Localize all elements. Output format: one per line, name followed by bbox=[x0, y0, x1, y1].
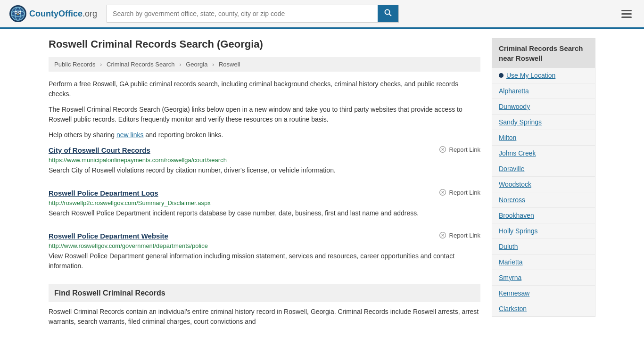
description-3: Help others by sharing new links and rep… bbox=[49, 130, 480, 140]
sidebar-link-duluth[interactable]: Duluth bbox=[492, 239, 595, 255]
find-section-heading: Find Roswell Criminal Records bbox=[49, 284, 480, 302]
result-item: Roswell Police Department Website Report… bbox=[49, 231, 480, 271]
breadcrumb-sep: › bbox=[100, 61, 102, 68]
sidebar-link-smyrna[interactable]: Smyrna bbox=[492, 270, 595, 286]
report-icon bbox=[439, 146, 446, 153]
result-header: Roswell Police Department Website Report… bbox=[49, 231, 480, 240]
use-my-location-link[interactable]: Use My Location bbox=[492, 68, 595, 83]
result-item: City of Roswell Court Records Report Lin… bbox=[49, 146, 480, 175]
sidebar-link-sandy-springs[interactable]: Sandy Springs bbox=[492, 115, 595, 130]
location-dot-icon bbox=[499, 73, 504, 78]
result-title-link[interactable]: Roswell Police Department Logs bbox=[49, 189, 158, 197]
sidebar-link-marietta[interactable]: Marietta bbox=[492, 255, 595, 270]
sidebar: Criminal Records Search near Roswell Use… bbox=[492, 38, 595, 332]
new-links-link[interactable]: new links bbox=[116, 131, 144, 139]
breadcrumb-sep: › bbox=[212, 61, 214, 68]
menu-line bbox=[621, 16, 632, 18]
result-url[interactable]: https://www.municipalonlinepayments.com/… bbox=[49, 156, 480, 164]
breadcrumb-georgia[interactable]: Georgia bbox=[186, 61, 207, 68]
report-link-button[interactable]: Report Link bbox=[439, 231, 480, 239]
report-icon bbox=[439, 189, 446, 196]
result-title-link[interactable]: Roswell Police Department Website bbox=[49, 232, 168, 240]
report-link-button[interactable]: Report Link bbox=[439, 189, 480, 196]
sidebar-link-alpharetta[interactable]: Alpharetta bbox=[492, 83, 595, 99]
sidebar-link-doraville[interactable]: Doraville bbox=[492, 161, 595, 177]
breadcrumb-public-records[interactable]: Public Records bbox=[54, 61, 95, 68]
description-1: Perform a free Roswell, GA public crimin… bbox=[49, 79, 480, 99]
sidebar-link-holly-springs[interactable]: Holly Springs bbox=[492, 223, 595, 239]
hamburger-menu-button[interactable] bbox=[619, 7, 635, 21]
content-area: Roswell Criminal Records Search (Georgia… bbox=[49, 38, 480, 332]
sidebar-link-milton[interactable]: Milton bbox=[492, 130, 595, 146]
sidebar-link-dunwoody[interactable]: Dunwoody bbox=[492, 99, 595, 115]
main-container: Roswell Criminal Records Search (Georgia… bbox=[39, 29, 605, 342]
result-title: Roswell Police Department Website bbox=[49, 231, 168, 240]
svg-point-10 bbox=[385, 10, 390, 15]
result-title: Roswell Police Department Logs bbox=[49, 189, 158, 197]
search-button[interactable] bbox=[378, 5, 398, 22]
breadcrumb-sep: › bbox=[179, 61, 181, 68]
find-section-desc: Roswell Criminal Records contain an indi… bbox=[49, 307, 480, 327]
report-link-button[interactable]: Report Link bbox=[439, 146, 480, 153]
menu-line bbox=[621, 13, 632, 15]
menu-line bbox=[621, 10, 632, 11]
report-label: Report Link bbox=[449, 189, 480, 196]
report-icon bbox=[439, 231, 446, 239]
sidebar-link-norcross[interactable]: Norcross bbox=[492, 192, 595, 208]
sidebar-title: Criminal Records Search near Roswell bbox=[492, 39, 595, 68]
result-url[interactable]: http://www.roswellgov.com/government/dep… bbox=[49, 242, 480, 249]
result-desc: View Roswell Police Department general i… bbox=[49, 251, 480, 271]
site-header: CountyOffice.org bbox=[0, 0, 644, 29]
result-url[interactable]: http://roswellp2c.roswellgov.com/Summary… bbox=[49, 199, 480, 206]
breadcrumb-roswell[interactable]: Roswell bbox=[219, 61, 240, 68]
sidebar-link-kennesaw[interactable]: Kennesaw bbox=[492, 286, 595, 301]
logo-icon bbox=[9, 5, 26, 22]
result-item: Roswell Police Department Logs Report Li… bbox=[49, 189, 480, 218]
logo-text: CountyOffice.org bbox=[29, 9, 97, 19]
result-title-link[interactable]: City of Roswell Court Records bbox=[49, 146, 150, 154]
sidebar-link-clarkston[interactable]: Clarkston bbox=[492, 301, 595, 317]
sidebar-box: Criminal Records Search near Roswell Use… bbox=[492, 38, 595, 317]
breadcrumb: Public Records › Criminal Records Search… bbox=[49, 57, 480, 72]
result-desc: Search City of Roswell violations record… bbox=[49, 165, 480, 175]
sidebar-link-woodstock[interactable]: Woodstock bbox=[492, 177, 595, 192]
use-my-location-label: Use My Location bbox=[506, 72, 555, 79]
svg-point-7 bbox=[16, 12, 17, 13]
sidebar-link-brookhaven[interactable]: Brookhaven bbox=[492, 208, 595, 223]
description-2: The Roswell Criminal Records Search (Geo… bbox=[49, 105, 480, 124]
svg-line-11 bbox=[389, 14, 392, 16]
sidebar-link-johns-creek[interactable]: Johns Creek bbox=[492, 146, 595, 161]
search-input[interactable] bbox=[107, 5, 378, 22]
result-header: Roswell Police Department Logs Report Li… bbox=[49, 189, 480, 197]
result-list: City of Roswell Court Records Report Lin… bbox=[49, 146, 480, 271]
result-header: City of Roswell Court Records Report Lin… bbox=[49, 146, 480, 155]
site-logo[interactable]: CountyOffice.org bbox=[9, 5, 97, 22]
report-label: Report Link bbox=[449, 232, 480, 239]
result-title: City of Roswell Court Records bbox=[49, 146, 150, 155]
report-label: Report Link bbox=[449, 146, 480, 153]
svg-point-8 bbox=[19, 12, 21, 13]
result-desc: Search Roswell Police Department inciden… bbox=[49, 208, 480, 218]
search-bar bbox=[107, 5, 399, 23]
breadcrumb-criminal-records-search[interactable]: Criminal Records Search bbox=[107, 61, 175, 68]
page-title: Roswell Criminal Records Search (Georgia… bbox=[49, 38, 480, 50]
